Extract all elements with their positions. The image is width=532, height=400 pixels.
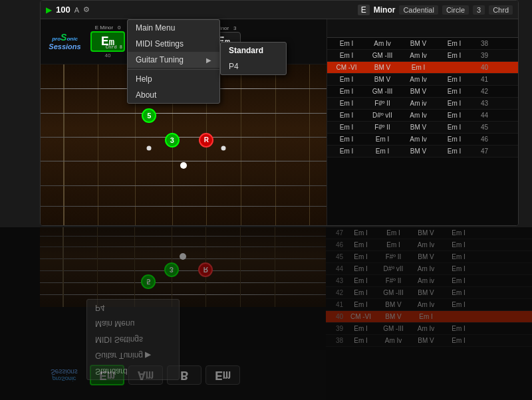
settings-icon[interactable]: ⚙ [83,5,90,14]
table-cell: D#º vII [366,112,399,119]
table-cell: Em I [438,136,471,143]
progression-panel: Em IAm IvBM VEm I38Em IGM -IIIAm IvEm I3… [327,19,518,225]
cadential-button[interactable]: Cadential [399,5,438,15]
table-cell: BM V [366,76,399,83]
mirror-menu: Standard Guitar Tuning ▶ MIDI Settings M… [86,299,180,380]
table-cell: Am iv [402,100,435,107]
table-cell: GM -III [366,52,399,59]
table-cell: Em I [438,88,471,95]
menu-item-main-menu[interactable]: Main Menu [128,20,219,36]
table-cell: F#º II [366,124,399,131]
table-row[interactable]: Em IF#º IIBM VEm I45 [327,122,518,134]
chord-box-0[interactable]: E Minor 0 Em Chrd 8 40 [90,25,125,58]
table-cell: Em I [438,76,471,83]
row-number: 44 [473,112,488,119]
note-open [180,162,187,169]
scale-display[interactable]: Minor [374,5,396,15]
table-row[interactable]: Em IGM -IIIAm IvEm I39 [327,50,518,62]
main-window: ▶ 100 A ⚙ E Minor Cadential Circle 3 Chr… [40,0,519,226]
menu-item-tuning[interactable]: Guitar Tuning ▶ [128,52,219,68]
table-cell: CM -VI [330,64,363,71]
row-number: 39 [473,52,488,59]
logo-text: proSonic [52,33,78,43]
table-row[interactable]: Em IF#º IIAm ivEm I43 [327,98,518,110]
table-cell: GM -III [366,88,399,95]
row-number: 40 [473,64,488,71]
menu-separator [128,69,219,70]
table-cell: F#º II [366,100,399,107]
menu-item-midi[interactable]: MIDI Settings [128,36,219,52]
table-cell: Em I [402,64,435,71]
chord-button[interactable]: Chrd [489,5,513,15]
table-cell: Em I [330,112,363,119]
row-number: 41 [473,76,488,83]
play-button[interactable]: ▶ [46,5,52,15]
table-cell: Am Iv [402,76,435,83]
table-cell: Em I [330,76,363,83]
table-cell: BM V [366,64,399,71]
table-cell: Em I [330,148,363,155]
mirror-prog-table: 47Em IEm IBM VEm I46Em IEm IAm IvEm I45E… [326,227,532,360]
tempo-display: 100 [56,5,70,15]
guitar-tuning-submenu[interactable]: Standard P4 [220,42,287,75]
table-cell: Em I [330,100,363,107]
logo-sessions: Sessions [49,43,80,50]
table-cell: Em I [330,88,363,95]
menu-item-about[interactable]: About [128,87,219,103]
menu-item-help[interactable]: Help [128,71,219,87]
table-row[interactable]: Em IEm IAm IvEm I46 [327,134,518,146]
table-row[interactable]: Em IAm IvBM VEm I38 [327,38,518,50]
table-cell: Am Iv [402,112,435,119]
row-number: 43 [473,100,488,107]
row-number: 45 [473,124,488,131]
table-cell: Em I [366,136,399,143]
tuning-p4[interactable]: P4 [221,58,286,74]
table-cell: Em I [330,124,363,131]
metronome-icon[interactable]: A [74,6,79,14]
table-cell: BM V [402,40,435,47]
table-row[interactable]: Em IGM -IIIBM VEm I42 [327,86,518,98]
table-cell: Am Iv [402,52,435,59]
table-cell: Am Iv [402,136,435,143]
table-cell: BM V [402,148,435,155]
table-cell: Em I [438,112,471,119]
table-cell: Am Iv [366,40,399,47]
progression-table: Em IAm IvBM VEm I38Em IGM -IIIAm IvEm I3… [327,38,518,225]
row-number: 38 [473,40,488,47]
table-row[interactable]: CM -VIBM VEm I40 [327,62,518,74]
number-display[interactable]: 3 [473,5,485,15]
table-cell: BM V [402,124,435,131]
table-cell: Em I [330,136,363,143]
mirror-chords: proSonic Sessions Em Am B Em [40,350,326,400]
table-cell: Em I [438,148,471,155]
table-row[interactable]: Em IBM VAm IvEm I41 [327,74,518,86]
key-display: E [358,5,370,15]
table-cell: Em I [438,124,471,131]
note-3: 3 [165,133,180,148]
table-row[interactable]: Em IEm IBM VEm I47 [327,146,518,157]
table-cell: BM V [402,88,435,95]
toolbar: ▶ 100 A ⚙ E Minor Cadential Circle 3 Chr… [41,1,518,19]
row-number: 46 [473,136,488,143]
dropdown-menu[interactable]: Main Menu MIDI Settings Guitar Tuning ▶ … [127,19,220,104]
tuning-standard[interactable]: Standard [221,43,286,58]
table-cell: Em I [366,148,399,155]
circle-button[interactable]: Circle [442,5,469,15]
row-number: 47 [473,148,488,155]
submenu-arrow: ▶ [206,56,211,64]
table-cell: Em I [438,40,471,47]
table-cell: Em I [330,40,363,47]
table-cell: Em I [438,52,471,59]
row-number: 42 [473,88,488,95]
mirror-section: 5 3 R 47Em IEm IBM VEm I46Em IEm IAm IvE… [0,227,532,400]
table-row[interactable]: Em ID#º vIIAm IvEm I44 [327,110,518,122]
table-cell: Em I [438,100,471,107]
table-cell: Em I [330,52,363,59]
note-5: 5 [142,108,156,123]
note-root: R [199,133,213,148]
